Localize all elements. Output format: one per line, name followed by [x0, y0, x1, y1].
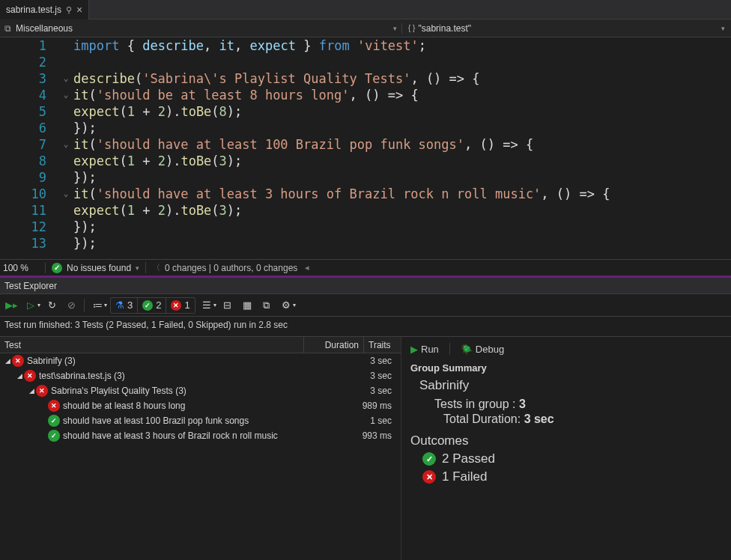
expander-icon[interactable]: ◢ [27, 387, 36, 395]
fold-toggle[interactable]: ⌄ [58, 136, 73, 153]
fold-toggle [58, 103, 73, 120]
chevron-down-icon[interactable]: ▾ [293, 302, 296, 308]
filter-total[interactable]: ⚗ 3 [111, 298, 138, 313]
filter-failed[interactable]: ✕ 1 [166, 298, 194, 313]
expand-button[interactable]: ⧉ [258, 297, 275, 314]
repeat-run-button[interactable]: ↻ [43, 297, 60, 314]
code-line[interactable]: 3⌄describe('Sabrina\'s Playlist Quality … [0, 70, 731, 87]
col-duration[interactable]: Duration [303, 337, 363, 353]
tree-header: Test Duration Traits [0, 337, 401, 353]
tree-body[interactable]: ◢✕Sabrinify (3)3 sec◢✕test\sabrina.test.… [0, 353, 401, 560]
fold-toggle [58, 54, 73, 70]
chevron-down-icon[interactable]: ▾ [37, 302, 40, 308]
code-text [73, 54, 731, 70]
col-traits[interactable]: Traits [363, 337, 401, 353]
fail-icon: ✕ [48, 400, 60, 412]
test-duration: 989 ms [311, 401, 401, 411]
code-line[interactable]: 11 expect(1 + 2).toBe(3); [0, 202, 731, 219]
test-explorer-title: Test Explorer [0, 278, 731, 294]
changes-label: 0 changes | 0 authors, 0 changes [165, 263, 297, 273]
columns-button[interactable]: ▦ [239, 297, 255, 314]
expander-icon[interactable]: ◢ [3, 357, 12, 365]
line-number: 4 [0, 87, 58, 103]
pass-icon: ✓ [48, 415, 60, 427]
settings-icon[interactable]: ⚙ [278, 297, 294, 314]
playlist-button[interactable]: ≔ [89, 297, 106, 314]
filter-passed[interactable]: ✓ 2 [138, 298, 166, 313]
col-test[interactable]: Test [0, 337, 303, 353]
detail-debug-button[interactable]: 🪲 Debug [461, 344, 504, 355]
test-label: test\sabrina.test.js (3) [39, 371, 311, 381]
filter-passed-count: 2 [156, 299, 161, 311]
test-explorer-toolbar: ▶▸ ▷ ▾ ↻ ⊘ ≔ ▾ ⚗ 3 ✓ 2 ✕ 1 ☰ ▾ ⊟ ▦ ⧉ ⚙ ▾ [0, 294, 731, 317]
code-text: expect(1 + 2).toBe(8); [73, 103, 731, 120]
code-line[interactable]: 7⌄ it('should have at least 100 Brazil p… [0, 136, 731, 153]
code-text: expect(1 + 2).toBe(3); [73, 153, 731, 169]
fold-toggle[interactable]: ⌄ [58, 186, 73, 202]
results-tree: Test Duration Traits ◢✕Sabrinify (3)3 se… [0, 337, 401, 560]
scope-bar: ⧉ Miscellaneous ▾ { } "sabrina.test" ▾ [0, 19, 731, 37]
fold-toggle[interactable]: ⌄ [58, 70, 73, 87]
run-all-button[interactable]: ▶▸ [3, 297, 19, 314]
test-row[interactable]: ◢✕Sabrina's Playlist Quality Tests (3)3 … [0, 383, 401, 398]
pass-icon: ✓ [142, 300, 153, 311]
cancel-run-button[interactable]: ⊘ [63, 297, 79, 314]
group-name: Sabrinify [419, 378, 722, 393]
fold-toggle [58, 235, 73, 252]
test-label: should have at least 3 hours of Brazil r… [63, 430, 311, 441]
tab-label: sabrina.test.js [6, 0, 61, 19]
code-line[interactable]: 8 expect(1 + 2).toBe(3); [0, 153, 731, 169]
test-label: Sabrina's Playlist Quality Tests (3) [51, 386, 311, 396]
project-icon: ⧉ [4, 23, 11, 34]
fold-toggle[interactable]: ⌄ [58, 87, 73, 103]
line-number: 3 [0, 70, 58, 87]
test-duration: 993 ms [311, 430, 401, 441]
line-number: 5 [0, 103, 58, 120]
test-row[interactable]: ✕should be at least 8 hours long989 ms [0, 398, 401, 413]
tab-sabrina-test-js[interactable]: sabrina.test.js ⚲ × [0, 0, 89, 19]
code-line[interactable]: 9 }); [0, 169, 731, 186]
expander-icon[interactable]: ◢ [15, 372, 24, 380]
detail-run-button[interactable]: ▶ Run [410, 344, 439, 355]
code-line[interactable]: 10⌄ it('should have at least 3 hours of … [0, 186, 731, 202]
test-label: should have at least 100 Brazil pop funk… [63, 416, 311, 426]
test-duration: 1 sec [311, 416, 401, 426]
separator [84, 299, 85, 312]
code-line[interactable]: 1import { describe, it, expect } from 'v… [0, 37, 731, 54]
code-changes[interactable]: 〈 0 changes | 0 authors, 0 changes ◂ [145, 262, 315, 273]
code-line[interactable]: 4⌄ it('should be at least 8 hours long',… [0, 87, 731, 103]
flask-icon: ⚗ [115, 299, 124, 311]
chevron-down-icon[interactable]: ▾ [104, 302, 107, 308]
close-icon[interactable]: × [76, 0, 82, 19]
test-row[interactable]: ◢✕Sabrinify (3)3 sec [0, 353, 401, 368]
test-label: Sabrinify (3) [27, 356, 311, 366]
group-by-button[interactable]: ⊟ [219, 297, 236, 314]
chevron-down-icon: ▾ [721, 25, 725, 32]
code-text: }); [73, 120, 731, 136]
check-icon: ✓ [52, 263, 62, 273]
context-scope[interactable]: { } "sabrina.test" ▾ [401, 23, 731, 34]
view-button[interactable]: ☰ [198, 297, 215, 314]
code-line[interactable]: 12 }); [0, 219, 731, 235]
pin-icon[interactable]: ⚲ [66, 0, 72, 19]
issues-indicator[interactable]: ✓ No issues found ▾ [45, 263, 145, 273]
code-line[interactable]: 13}); [0, 235, 731, 252]
line-number: 6 [0, 120, 58, 136]
project-scope[interactable]: ⧉ Miscellaneous ▾ [0, 23, 401, 34]
code-text: }); [73, 169, 731, 186]
pass-icon: ✓ [48, 430, 60, 442]
filter-pills: ⚗ 3 ✓ 2 ✕ 1 [110, 297, 195, 314]
run-button[interactable]: ▷ [22, 297, 39, 314]
test-row[interactable]: ◢✕test\sabrina.test.js (3)3 sec [0, 368, 401, 383]
outcomes-header: Outcomes [410, 433, 722, 448]
code-editor[interactable]: 1import { describe, it, expect } from 'v… [0, 37, 731, 259]
fail-icon: ✕ [36, 385, 48, 397]
zoom-level[interactable]: 100 % [0, 263, 45, 273]
test-row[interactable]: ✓should have at least 100 Brazil pop fun… [0, 413, 401, 428]
code-line[interactable]: 6 }); [0, 120, 731, 136]
chevron-down-icon[interactable]: ▾ [213, 302, 216, 308]
test-row[interactable]: ✓should have at least 3 hours of Brazil … [0, 428, 401, 443]
tab-strip: sabrina.test.js ⚲ × [0, 0, 731, 19]
code-line[interactable]: 2 [0, 54, 731, 70]
code-line[interactable]: 5 expect(1 + 2).toBe(8); [0, 103, 731, 120]
